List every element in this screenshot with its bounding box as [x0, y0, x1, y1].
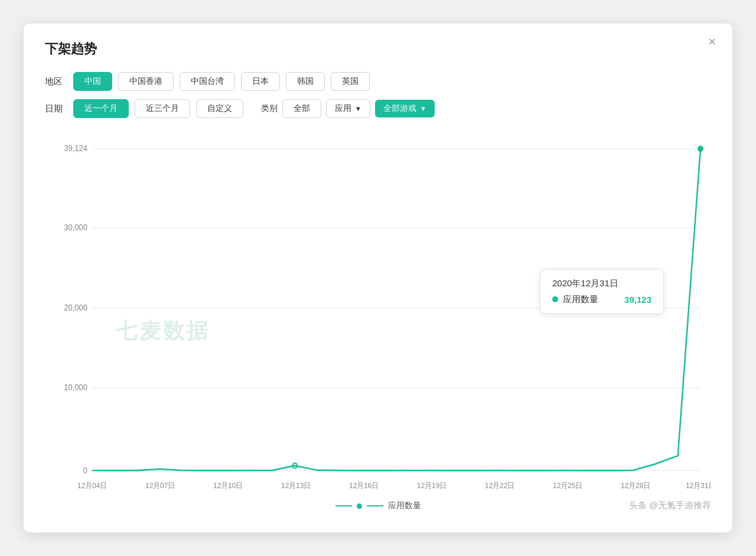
category-select-group: 类别 全部 应用 ▼ 全部游戏 ▼ — [261, 99, 435, 118]
legend-label: 应用数量 — [388, 501, 421, 511]
region-taiwan[interactable]: 中国台湾 — [180, 72, 235, 91]
tooltip-series-dot — [552, 296, 558, 302]
svg-text:12月19日: 12月19日 — [417, 482, 447, 490]
svg-text:39,124: 39,124 — [64, 144, 87, 153]
tooltip-key: 应用数量 — [563, 294, 598, 305]
app-type-select[interactable]: 应用 ▼ — [326, 99, 370, 118]
region-uk[interactable]: 英国 — [331, 72, 370, 91]
svg-text:0: 0 — [83, 466, 87, 475]
svg-text:12月10日: 12月10日 — [213, 482, 243, 490]
chart-peak-dot — [698, 146, 703, 152]
svg-text:12月25日: 12月25日 — [553, 482, 582, 490]
svg-text:12月07日: 12月07日 — [145, 482, 175, 490]
legend-line-icon — [335, 505, 352, 506]
legend-dot-icon — [357, 503, 362, 509]
svg-text:10,000: 10,000 — [64, 383, 87, 392]
category-all[interactable]: 全部 — [282, 99, 321, 118]
tooltip-value: 39,123 — [624, 295, 651, 305]
svg-text:30,000: 30,000 — [64, 223, 87, 232]
date-custom[interactable]: 自定义 — [196, 99, 243, 118]
close-button[interactable]: × — [708, 35, 716, 48]
date-filter-row: 日期 近一个月 近三个月 自定义 类别 全部 应用 ▼ 全部游戏 ▼ — [45, 99, 711, 118]
chart-area: 七麦数据 39,124 30,000 20,000 10,000 0 12月04… — [45, 130, 711, 496]
dialog: × 下架趋势 地区 中国 中国香港 中国台湾 日本 韩国 英国 日期 近一个月 … — [24, 24, 732, 532]
svg-text:12月28日: 12月28日 — [621, 482, 650, 490]
footer-credit: 头条 @无氪手游推荐 — [629, 500, 711, 511]
date-one-month[interactable]: 近一个月 — [73, 99, 129, 118]
region-label: 地区 — [45, 76, 63, 87]
dropdown-arrow-icon: ▼ — [355, 105, 361, 112]
category-label: 类别 — [261, 103, 278, 114]
svg-text:12月31日: 12月31日 — [686, 482, 711, 490]
date-three-months[interactable]: 近三个月 — [135, 99, 190, 118]
region-china[interactable]: 中国 — [73, 72, 112, 91]
region-hongkong[interactable]: 中国香港 — [118, 72, 174, 91]
svg-text:12月16日: 12月16日 — [349, 482, 379, 490]
chart-tooltip: 2020年12月31日 应用数量 39,123 — [540, 269, 664, 314]
svg-text:12月04日: 12月04日 — [77, 482, 107, 490]
date-label: 日期 — [45, 103, 63, 115]
svg-text:12月22日: 12月22日 — [485, 482, 514, 490]
dialog-title: 下架趋势 — [45, 40, 711, 58]
chart-legend: 应用数量 — [45, 501, 711, 511]
region-korea[interactable]: 韩国 — [286, 72, 325, 91]
game-type-select[interactable]: 全部游戏 ▼ — [375, 100, 435, 117]
region-filter-row: 地区 中国 中国香港 中国台湾 日本 韩国 英国 — [45, 72, 711, 91]
game-dropdown-arrow-icon: ▼ — [420, 105, 426, 112]
tooltip-row: 应用数量 39,123 — [552, 294, 651, 305]
region-japan[interactable]: 日本 — [241, 72, 280, 91]
svg-text:12月13日: 12月13日 — [281, 482, 311, 490]
legend-line-icon-2 — [367, 505, 383, 506]
tooltip-date: 2020年12月31日 — [552, 278, 651, 289]
svg-text:20,000: 20,000 — [64, 303, 87, 312]
